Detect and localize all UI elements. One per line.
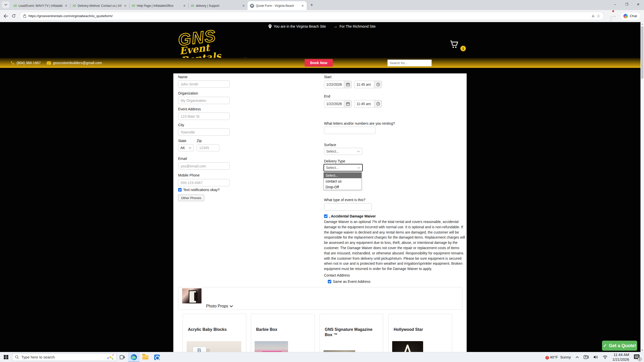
taskbar-explorer-button[interactable]	[140, 352, 151, 362]
state-select[interactable]: AK	[178, 144, 194, 151]
dropdown-option-contact-us[interactable]: contact us	[324, 178, 361, 184]
url-text[interactable]: https://gnseventrentals.com/virginiabeac…	[28, 14, 590, 18]
check-icon: ✓	[603, 343, 607, 348]
end-time-value[interactable]: 11:45 am	[354, 100, 374, 107]
city-input[interactable]	[178, 128, 230, 136]
tab-close-icon[interactable]: ✕	[301, 4, 305, 8]
start-date-value[interactable]: 1/22/2026	[324, 81, 344, 88]
tab-close-icon[interactable]: ✕	[242, 4, 246, 8]
name-input[interactable]	[178, 80, 230, 88]
phone-link[interactable]: (804) 368-1667	[11, 61, 41, 65]
task-view-button[interactable]	[116, 352, 128, 362]
same-as-event-checkbox[interactable]	[328, 280, 331, 283]
taskbar-search[interactable]: Type here to search ✦✦	[12, 353, 116, 361]
refresh-icon	[12, 14, 16, 18]
weather-widget[interactable]: 2 40°F Sunny	[548, 355, 571, 359]
start-time-picker[interactable]: 11:45 am	[354, 81, 382, 88]
taskbar-edge-button[interactable]	[128, 352, 140, 362]
end-date-value[interactable]: 1/22/2026	[324, 100, 344, 107]
taskbar-outlook-button[interactable]	[151, 352, 163, 362]
tab-close-icon[interactable]: ✕	[123, 4, 127, 8]
cart-count-badge: 1	[460, 46, 466, 51]
other-phones-button[interactable]: Other Phones	[178, 195, 204, 201]
scroll-up-arrow[interactable]: ▲	[640, 22, 644, 26]
favorites-star-button[interactable]: ☆	[596, 13, 600, 19]
organization-input[interactable]	[178, 97, 230, 104]
tab-lead-event[interactable]: iO Lead/Event: WAVY-TV | InflatableO ✕	[11, 2, 70, 10]
minimize-button[interactable]: –	[609, 0, 621, 9]
speaker-icon[interactable]	[593, 355, 598, 359]
browser-tab-strip: iO Lead/Event: WAVY-TV | InflatableO ✕ i…	[0, 0, 644, 10]
screen: iO Lead/Event: WAVY-TV | InflatableO ✕ i…	[0, 0, 644, 362]
state-value: AK	[180, 146, 185, 150]
product-card-hollywood-star[interactable]: Hollywood Star	[388, 314, 452, 352]
product-title: GNS Signature Magazine Box ™	[325, 327, 379, 338]
clock-icon[interactable]	[374, 100, 382, 107]
scrollbar-thumb[interactable]	[641, 26, 643, 79]
email-input[interactable]	[178, 162, 230, 170]
tab-search-button[interactable]	[2, 2, 10, 8]
system-tray: 2 40°F Sunny 11:44 AM 1/21/2026 5	[548, 352, 644, 362]
back-arrow-icon	[4, 14, 8, 18]
refresh-button[interactable]	[12, 14, 16, 18]
product-card-acrylic-baby-blocks[interactable]: Acrylic Baby Blocks B A B	[183, 314, 246, 352]
page-scrollbar[interactable]: ▲ ▼	[640, 22, 644, 352]
dropdown-option-drop-off[interactable]: Drop-Off	[324, 184, 361, 190]
end-date-picker[interactable]: 1/22/2026	[324, 100, 352, 108]
photo-props-toggle[interactable]: Photo Props	[206, 304, 233, 308]
notification-center-button[interactable]: 5	[634, 354, 640, 360]
chevron-down-icon	[230, 305, 233, 307]
tab-delivery-support[interactable]: iO delivery | Support ✕	[188, 2, 248, 10]
copilot-chat-button[interactable]: Chat	[620, 12, 640, 20]
read-aloud-button[interactable]: A	[592, 14, 594, 18]
end-time-picker[interactable]: 11:45 am	[354, 100, 382, 108]
new-tab-button[interactable]: +	[308, 2, 315, 9]
clock-icon[interactable]	[374, 81, 382, 88]
restore-button[interactable]: ❐	[621, 0, 632, 9]
calendar-icon[interactable]	[344, 100, 351, 107]
text-notifications-checkbox[interactable]	[178, 188, 182, 192]
organization-label: Organization	[178, 91, 198, 95]
event-address-input[interactable]	[178, 113, 230, 120]
get-a-quote-button[interactable]: ✓ Get a Quote!	[602, 341, 637, 351]
tab-help-page[interactable]: iO Help Page | InflatableOffice ✕	[129, 2, 188, 10]
phone-number: (804) 368-1667	[17, 61, 41, 65]
dropdown-option-select[interactable]: Select...	[324, 172, 361, 178]
tab-delivery-method[interactable]: iO Delivery Method: Contact us | Infla ✕	[70, 2, 129, 10]
close-button[interactable]: ✕	[632, 0, 644, 9]
start-date-picker[interactable]: 1/22/2026	[324, 81, 352, 88]
scroll-down-arrow[interactable]: ▼	[640, 348, 644, 352]
tab-close-icon[interactable]: ✕	[64, 4, 68, 8]
wifi-icon[interactable]	[603, 355, 608, 359]
book-now-button[interactable]: Book Now	[305, 59, 333, 67]
quote-form-panel: Name Organization Event Address City Sta…	[173, 73, 467, 352]
richmond-site-link[interactable]: For The Richmond Site	[340, 24, 376, 28]
email-link[interactable]: gnscustombuilders@gmail.com	[47, 61, 102, 65]
zip-input[interactable]	[197, 144, 219, 151]
address-bar[interactable]: https://gnseventrentals.com/virginiabeac…	[19, 12, 604, 20]
tab-quote-form-active[interactable]: W Quote Form - Virginia Beach ✕	[248, 1, 307, 10]
page-viewport: You are in the Virginia Beach Site → For…	[0, 22, 644, 352]
delivery-type-select[interactable]: Select...	[324, 164, 363, 171]
get-a-quote-label: Get a Quote!	[609, 343, 636, 348]
mobile-phone-input[interactable]	[178, 179, 230, 186]
product-card-barbie-box[interactable]: Barbie Box	[251, 314, 314, 352]
site-search-input[interactable]	[387, 60, 432, 66]
hidden-icons-chevron[interactable]	[576, 356, 579, 358]
same-as-event-row: Same as Event Address	[328, 280, 370, 284]
tab-title: Lead/Event: WAVY-TV | InflatableO	[19, 4, 62, 8]
event-type-input[interactable]	[324, 203, 372, 211]
taskbar-clock[interactable]: 11:44 AM 1/21/2026	[612, 352, 629, 362]
browser-menu-button[interactable]: ···	[611, 14, 616, 18]
product-card-magazine-box[interactable]: GNS Signature Magazine Box ™ FILMFARE	[319, 314, 383, 352]
surface-select[interactable]: Select...	[324, 148, 362, 155]
calendar-icon[interactable]	[344, 81, 351, 88]
start-time-value[interactable]: 11:45 am	[354, 81, 374, 88]
cart-button[interactable]: 1	[450, 40, 470, 53]
meet-now-icon[interactable]	[584, 355, 589, 359]
damage-waiver-checkbox[interactable]	[324, 214, 328, 218]
start-button[interactable]	[0, 352, 12, 362]
back-button[interactable]	[4, 14, 8, 18]
tab-close-icon[interactable]: ✕	[182, 4, 186, 8]
letters-input[interactable]	[324, 127, 376, 134]
